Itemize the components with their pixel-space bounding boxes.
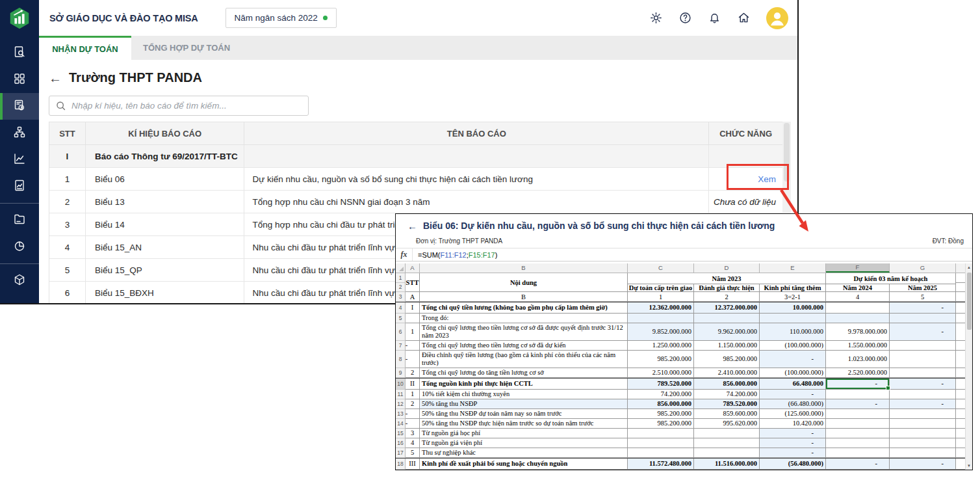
cell-A14[interactable]: -	[406, 419, 420, 429]
cell-F11[interactable]	[826, 390, 890, 399]
cell-F13[interactable]	[826, 409, 890, 419]
cell-F14[interactable]	[826, 419, 890, 429]
sidebar-item-report-summary[interactable]	[0, 173, 39, 200]
cell-E6[interactable]: 110.000.000	[760, 323, 826, 341]
cell-G11[interactable]	[890, 390, 956, 399]
cell-C3[interactable]: 1	[628, 292, 694, 302]
column-header-B[interactable]: B	[420, 263, 628, 273]
cell-F7[interactable]: 1.550.000.000	[826, 341, 890, 351]
cell-B16[interactable]: Từ nguồn giá viện phí	[420, 438, 628, 448]
cell-A4[interactable]: I	[406, 302, 420, 314]
cell-A5[interactable]	[406, 314, 420, 323]
cell-A10[interactable]: II	[406, 379, 420, 390]
cell-B6[interactable]: Tổng chi quỹ lương theo tiền lương cơ sở…	[420, 323, 628, 341]
cell-E8[interactable]: -	[760, 351, 826, 368]
row-header-7[interactable]: 7	[396, 341, 406, 351]
cell-A8[interactable]: -	[406, 351, 420, 368]
row-header-16[interactable]: 16	[396, 438, 406, 448]
cell-F12[interactable]: -	[826, 399, 890, 409]
cell-B8[interactable]: Điều chỉnh quỹ tiền lương (bao gồm cả ki…	[420, 351, 628, 368]
cell-D8[interactable]: 985.200.000	[694, 351, 760, 368]
cell-G7[interactable]	[890, 341, 956, 351]
cell-B11[interactable]: 10% tiết kiệm chi thường xuyên	[420, 390, 628, 399]
cell-D17[interactable]	[694, 448, 760, 458]
settings-icon[interactable]	[649, 11, 663, 25]
row-header-10[interactable]: 10	[396, 379, 406, 390]
cell-E2[interactable]: Kinh phí tăng thêm	[760, 284, 826, 292]
cell-E5[interactable]	[760, 314, 826, 323]
cell-C1-nam-2023[interactable]: Năm 2023	[628, 273, 826, 284]
cell-C11[interactable]: 74.200.000	[628, 390, 694, 399]
row-header-15[interactable]: 15	[396, 429, 406, 438]
cell-B14[interactable]: 50% tăng thu NSĐP thực hiện năm trước so…	[420, 419, 628, 429]
cell-C13[interactable]: 985.200.000	[628, 409, 694, 419]
cell-E18[interactable]: (56.480.000)	[760, 459, 826, 470]
cell-F15[interactable]	[826, 429, 890, 438]
cell-F4[interactable]	[826, 302, 890, 314]
cell-C7[interactable]: 1.250.000.000	[628, 341, 694, 351]
sheet-vertical-scrollbar[interactable]: ▲ ▼	[965, 263, 972, 470]
cell-A11[interactable]: 1	[406, 390, 420, 399]
tab-tong-hop-du-toan[interactable]: TỔNG HỢP DỰ TOÁN	[131, 36, 242, 60]
cell-C17[interactable]	[628, 448, 694, 458]
cell-G4[interactable]: -	[890, 302, 956, 314]
sidebar-item-folder[interactable]	[0, 207, 39, 234]
cell-C2[interactable]: Dự toán cấp trên giao	[628, 284, 694, 292]
cell-E3[interactable]: 3=2-1	[760, 292, 826, 302]
cell-E16[interactable]: -	[760, 438, 826, 448]
column-header-G[interactable]: G	[890, 263, 956, 273]
column-header-C[interactable]: C	[628, 263, 694, 273]
scroll-down-icon[interactable]: ▼	[967, 462, 971, 470]
cell-D6[interactable]: 9.962.000.000	[694, 323, 760, 341]
cell-E7[interactable]: (100.000.000)	[760, 341, 826, 351]
row-header-4[interactable]: 4	[396, 302, 406, 314]
cell-C10[interactable]: 789.520.000	[628, 379, 694, 390]
cell-G6[interactable]: -	[890, 323, 956, 341]
row-header-17[interactable]: 17	[396, 448, 406, 458]
cell-C8[interactable]: 985.200.000	[628, 351, 694, 368]
cell-D9[interactable]: 2.410.000.000	[694, 368, 760, 378]
cell-A18[interactable]: III	[406, 459, 420, 470]
cell-D5[interactable]	[694, 314, 760, 323]
sidebar-item-pie-chart[interactable]	[0, 234, 39, 260]
cell-G12[interactable]: -	[890, 399, 956, 409]
cell-A17[interactable]: 5	[406, 448, 420, 458]
budget-year-select[interactable]: Năm ngân sách 2022	[226, 8, 337, 28]
row-header-12[interactable]: 12	[396, 399, 406, 409]
cell-A7[interactable]: -	[406, 341, 420, 351]
cell-B10[interactable]: Tổng nguồn kinh phí thực hiện CCTL	[420, 379, 628, 390]
cell-B12[interactable]: 50% tăng thu NSĐP	[420, 399, 628, 409]
cell-B17[interactable]: Thu sự nghiệp khác	[420, 448, 628, 458]
cell-C18[interactable]: 11.572.480.000	[628, 459, 694, 470]
cell-A6[interactable]: 1	[406, 323, 420, 341]
row-header-11[interactable]: 11	[396, 390, 406, 399]
cell-F17[interactable]	[826, 448, 890, 458]
row-header-1[interactable]: 1	[396, 273, 406, 283]
column-header-A[interactable]: A	[406, 263, 420, 273]
sidebar-item-line-chart[interactable]	[0, 146, 39, 173]
cell-G5[interactable]	[890, 314, 956, 323]
row-header-5[interactable]: 5	[396, 314, 406, 323]
column-header-D[interactable]: D	[694, 263, 760, 273]
sidebar-item-cube[interactable]	[0, 267, 39, 294]
cell-D4[interactable]: 12.372.000.000	[694, 302, 760, 314]
cell-E11[interactable]: -	[760, 390, 826, 399]
cell-G15[interactable]	[890, 429, 956, 438]
cell-B4[interactable]: Tổng chi quỹ tiền lương (không bao gồm p…	[420, 302, 628, 314]
cell-D18[interactable]: 11.516.000.000	[694, 459, 760, 470]
cell-G17[interactable]	[890, 448, 956, 458]
cell-E13[interactable]: (125.600.000)	[760, 409, 826, 419]
sidebar-item-org-structure[interactable]	[0, 120, 39, 146]
cell-C12[interactable]: 856.000.000	[628, 399, 694, 409]
row-header-14[interactable]: 14	[396, 419, 406, 429]
tab-nhan-du-toan[interactable]: NHẬN DỰ TOÁN	[39, 36, 131, 60]
scroll-thumb[interactable]	[967, 273, 972, 330]
cell-E4[interactable]: 10.000.000	[760, 302, 826, 314]
cell-G16[interactable]	[890, 438, 956, 448]
cell-C15[interactable]	[628, 429, 694, 438]
cell-E9[interactable]: (100.000.000)	[760, 368, 826, 378]
column-header-E[interactable]: E	[760, 263, 826, 273]
cell-C9[interactable]: 2.510.000.000	[628, 368, 694, 378]
scroll-up-icon[interactable]: ▲	[967, 263, 971, 271]
cell-C6[interactable]: 9.852.000.000	[628, 323, 694, 341]
